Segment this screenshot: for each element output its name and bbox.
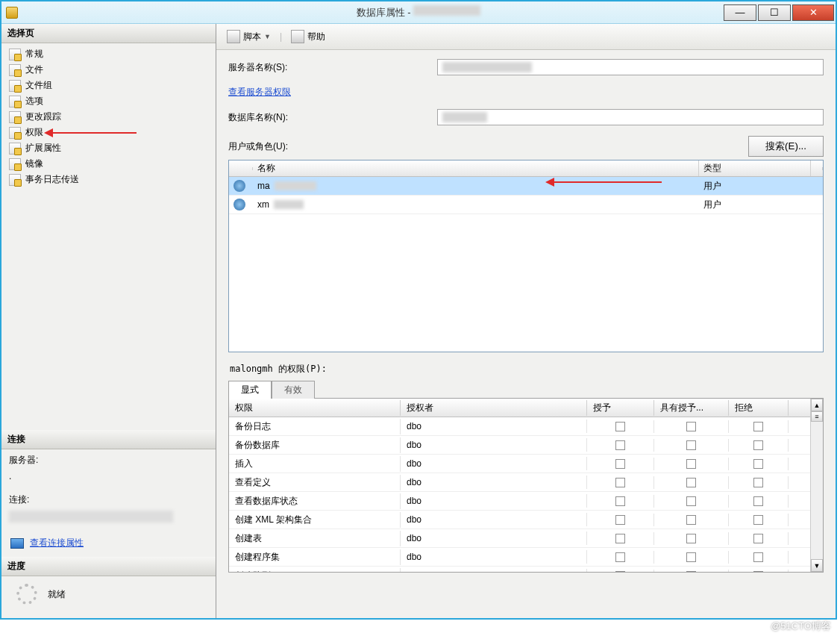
view-server-permissions-link[interactable]: 查看服务器权限 [228, 86, 824, 99]
col-name[interactable]: 名称 [253, 160, 699, 176]
page-icon [9, 174, 21, 186]
grant-checkbox[interactable] [615, 478, 625, 487]
page-icon [9, 49, 21, 60]
user-row[interactable]: ma 用户 [229, 177, 823, 196]
page-tree: 常规 文件 文件组 选项 更改跟踪 权限 扩展属性 镜像 事务日志传送 [1, 43, 216, 430]
deny-checkbox[interactable] [753, 515, 763, 525]
grant-checkbox[interactable] [615, 552, 625, 562]
perm-grantor: dbo [401, 531, 587, 545]
search-button[interactable]: 搜索(E)... [748, 136, 824, 157]
perm-row[interactable]: 创建 XML 架构集合dbo [229, 511, 810, 529]
col-type[interactable]: 类型 [699, 160, 811, 176]
with-grant-checkbox[interactable] [686, 515, 696, 525]
perm-row[interactable]: 备份日志dbo [229, 417, 810, 436]
page-item-general[interactable]: 常规 [6, 46, 211, 62]
perm-row[interactable]: 创建程序集dbo [229, 548, 810, 567]
grant-checkbox[interactable] [615, 534, 625, 543]
deny-checkbox[interactable] [753, 459, 763, 469]
perm-name: 查看数据库状态 [229, 493, 401, 509]
with-grant-checkbox[interactable] [686, 496, 696, 506]
grant-checkbox[interactable] [615, 440, 625, 450]
perm-name: 创建表 [229, 531, 401, 546]
grant-checkbox[interactable] [615, 422, 625, 431]
db-name-label: 数据库名称(N): [228, 111, 437, 124]
with-grant-checkbox[interactable] [686, 440, 696, 450]
page-item-files[interactable]: 文件 [6, 62, 211, 78]
perm-row[interactable]: 备份数据库dbo [229, 436, 810, 455]
with-grant-checkbox[interactable] [686, 459, 696, 469]
titlebar[interactable]: 数据库属性 - — ☐ ✕ [1, 1, 836, 24]
users-grid-header: 名称 类型 [229, 160, 823, 177]
page-icon [9, 96, 21, 107]
page-item-permissions[interactable]: 权限 [6, 125, 211, 140]
connection-props-icon [10, 538, 24, 549]
deny-checkbox[interactable] [753, 422, 763, 431]
users-label: 用户或角色(U): [228, 140, 288, 153]
script-button[interactable]: 脚本 ▼ [224, 28, 274, 45]
dropdown-arrow-icon[interactable]: ▼ [264, 33, 271, 40]
permission-tabs: 显式 有效 [228, 380, 824, 398]
with-grant-checkbox[interactable] [686, 478, 696, 487]
col-permission[interactable]: 权限 [229, 400, 401, 416]
tab-effective[interactable]: 有效 [272, 381, 315, 399]
grant-checkbox[interactable] [615, 496, 625, 506]
perm-grantor: dbo [401, 569, 587, 572]
page-item-changetracking[interactable]: 更改跟踪 [6, 109, 211, 125]
col-grant[interactable]: 授予 [587, 400, 654, 416]
page-icon [9, 111, 21, 123]
user-row[interactable]: xm 用户 [229, 196, 823, 214]
connection-header: 连接 [1, 430, 216, 449]
view-connection-link[interactable]: 查看连接属性 [30, 537, 84, 549]
ready-label: 就绪 [48, 588, 66, 601]
deny-checkbox[interactable] [753, 571, 763, 573]
perm-grid-header: 权限 授权者 授予 具有授予... 拒绝 [229, 399, 810, 417]
deny-checkbox[interactable] [753, 496, 763, 506]
perm-grantor: dbo [401, 476, 587, 489]
grant-checkbox[interactable] [615, 459, 625, 469]
col-with-grant[interactable]: 具有授予... [654, 400, 729, 416]
watermark: @51CTO博客 [771, 620, 831, 633]
perm-row[interactable]: 查看定义dbo [229, 473, 810, 492]
perm-row[interactable]: 创建队列dbo [229, 567, 810, 572]
progress-header: 进度 [1, 557, 216, 576]
with-grant-checkbox[interactable] [686, 534, 696, 543]
deny-checkbox[interactable] [753, 534, 763, 543]
perm-grantor: dbo [401, 438, 587, 452]
perm-grantor: dbo [401, 513, 587, 526]
scroll-up-button[interactable]: ▲ [811, 399, 823, 411]
deny-checkbox[interactable] [753, 440, 763, 450]
perm-row[interactable]: 查看数据库状态dbo [229, 492, 810, 511]
arrow-annotation [47, 132, 137, 134]
grant-checkbox[interactable] [615, 515, 625, 525]
perm-name: 插入 [229, 456, 401, 472]
scroll-thumb[interactable]: ≡ [811, 411, 823, 422]
right-panel: 脚本 ▼ | 帮助 服务器名称(S): 查看服务器权限 数据库名称(N): [216, 24, 836, 618]
grant-checkbox[interactable] [615, 571, 625, 573]
page-item-filegroups[interactable]: 文件组 [6, 78, 211, 93]
scroll-track[interactable] [811, 422, 823, 559]
page-icon [9, 143, 21, 155]
perm-row[interactable]: 创建表dbo [229, 529, 810, 548]
page-item-extended[interactable]: 扩展属性 [6, 140, 211, 156]
with-grant-checkbox[interactable] [686, 552, 696, 562]
page-item-mirroring[interactable]: 镜像 [6, 156, 211, 172]
with-grant-checkbox[interactable] [686, 422, 696, 431]
with-grant-checkbox[interactable] [686, 571, 696, 573]
help-button[interactable]: 帮助 [288, 28, 328, 45]
server-name-field [437, 59, 824, 75]
col-deny[interactable]: 拒绝 [729, 400, 789, 416]
perm-name: 创建程序集 [229, 549, 401, 565]
deny-checkbox[interactable] [753, 478, 763, 487]
perm-grantor: dbo [401, 420, 587, 433]
connection-info: 服务器: . 连接: [1, 449, 216, 529]
tab-explicit[interactable]: 显式 [228, 381, 272, 399]
perm-row[interactable]: 插入dbo [229, 455, 810, 473]
perm-name: 创建 XML 架构集合 [229, 512, 401, 528]
page-item-logshipping[interactable]: 事务日志传送 [6, 172, 211, 187]
deny-checkbox[interactable] [753, 552, 763, 562]
col-grantor[interactable]: 授权者 [401, 400, 587, 416]
page-item-options[interactable]: 选项 [6, 93, 211, 109]
user-icon [233, 199, 245, 211]
scrollbar[interactable]: ▲ ≡ ▼ [810, 399, 823, 572]
scroll-down-button[interactable]: ▼ [811, 559, 823, 572]
